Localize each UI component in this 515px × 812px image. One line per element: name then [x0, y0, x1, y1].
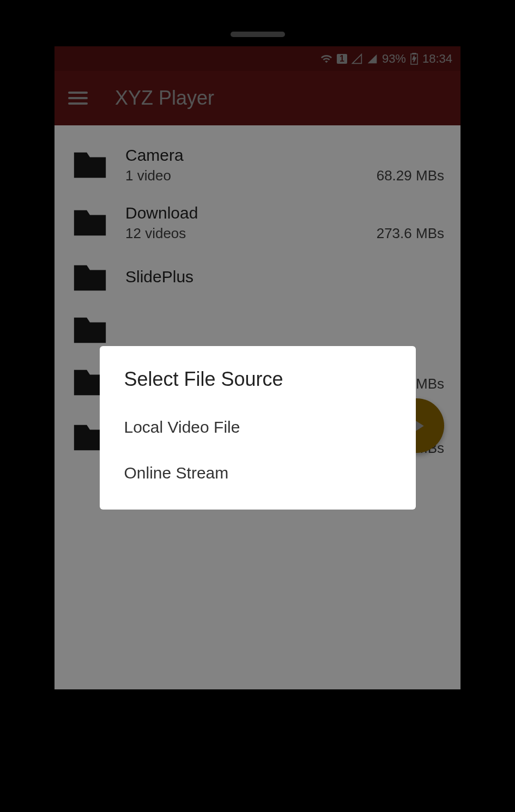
dialog-option-local[interactable]: Local Video File	[100, 404, 416, 450]
file-source-dialog: Select File Source Local Video File Onli…	[100, 346, 416, 510]
dialog-title: Select File Source	[100, 368, 416, 404]
dialog-option-stream[interactable]: Online Stream	[100, 450, 416, 496]
phone-frame: 1 93% 18:34 XYZ Player	[41, 11, 474, 801]
app-screen: 1 93% 18:34 XYZ Player	[54, 46, 461, 689]
phone-speaker	[231, 32, 285, 37]
